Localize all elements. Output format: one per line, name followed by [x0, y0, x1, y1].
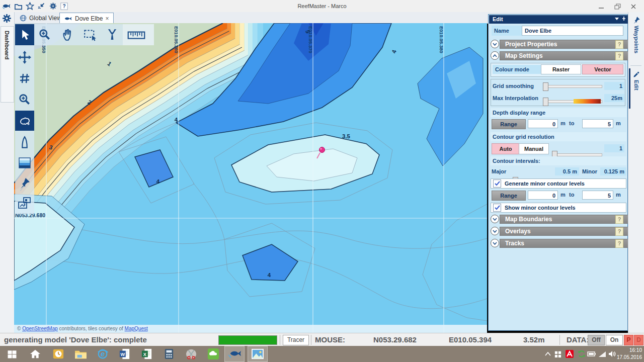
tray-avira-icon[interactable] — [564, 346, 576, 362]
generate-minor-checkbox[interactable] — [493, 179, 501, 188]
section-tracks[interactable]: Tracks — [500, 239, 629, 248]
project-properties-help[interactable]: ? — [615, 40, 623, 49]
snipping-tool-icon[interactable] — [181, 346, 201, 362]
depth-range-to-input[interactable]: 5 — [582, 119, 613, 128]
minimize-button[interactable] — [594, 2, 609, 11]
openstreetmap-link[interactable]: OpenStreetMap — [22, 326, 58, 331]
dashboard-tab[interactable]: Dashboard — [1, 26, 14, 103]
help-icon[interactable]: ? — [60, 3, 68, 10]
panel-pin-icon[interactable] — [621, 16, 626, 22]
close-button[interactable] — [626, 2, 641, 11]
generate-minor-row[interactable]: Generate minor contour levels — [491, 178, 626, 189]
tray-network-icon[interactable] — [597, 346, 608, 362]
map-boundaries-chevron[interactable] — [491, 215, 499, 223]
auto-button[interactable]: Auto — [492, 143, 520, 154]
attrib-prefix: © — [17, 326, 22, 331]
move-map-button[interactable] — [15, 47, 34, 67]
zoom-window-button[interactable] — [35, 25, 54, 45]
tracks-help[interactable]: ? — [615, 239, 623, 248]
taskview-home-icon[interactable] — [25, 346, 45, 362]
data-on-button[interactable]: On — [606, 335, 623, 345]
tray-battery-icon[interactable] — [586, 346, 598, 362]
favorites-star-icon[interactable] — [26, 2, 34, 10]
map-canvas[interactable]: E010.05.350E010.05.360E010.05.370E010.05… — [14, 23, 487, 333]
tray-expand-icon[interactable] — [543, 346, 552, 362]
restore-button[interactable] — [610, 2, 625, 11]
max-interpolation-slider[interactable] — [543, 100, 602, 103]
overlays-help[interactable]: ? — [615, 227, 623, 236]
show-minor-row[interactable]: Show minor contour levels — [491, 203, 626, 213]
map-settings-chevron[interactable] — [491, 51, 499, 60]
select-area-button[interactable] — [80, 25, 100, 45]
data-p-indicator[interactable]: P — [624, 335, 633, 345]
grid-smoothing-slider[interactable] — [543, 85, 602, 88]
tracer-button[interactable]: Tracer — [283, 335, 309, 345]
excel-icon[interactable]: X — [137, 346, 157, 362]
minor-range-button[interactable]: Range — [492, 191, 526, 201]
show-minor-checkbox[interactable] — [493, 204, 501, 212]
map-boundaries-help[interactable]: ? — [615, 215, 623, 224]
waypoint-tool-button[interactable] — [15, 173, 34, 193]
zoom-extents-button[interactable] — [15, 111, 34, 131]
zoom-in-button[interactable] — [15, 89, 34, 110]
cloud-app-icon[interactable] — [203, 346, 223, 362]
outlook-taskbar-icon[interactable] — [48, 346, 68, 362]
start-button[interactable] — [2, 346, 22, 362]
depth-palette-button[interactable] — [15, 153, 34, 173]
tab-dove-elbe[interactable]: Dove Elbe × — [59, 13, 114, 24]
word-icon[interactable]: W — [115, 346, 135, 362]
pan-tool-button[interactable] — [57, 25, 76, 45]
tracks-chevron[interactable] — [491, 239, 499, 247]
calculator-icon[interactable] — [159, 346, 179, 362]
depth-range-button[interactable]: Range — [492, 119, 526, 129]
grid-toggle-button[interactable] — [15, 68, 34, 88]
title-bar: ReefMaster - Marco ? — [0, 0, 644, 13]
boat-track-button[interactable] — [15, 133, 34, 153]
dashboard-gear-icon[interactable] — [2, 13, 12, 24]
measure-tool-button[interactable] — [127, 25, 146, 45]
waypoints-tab[interactable]: Waypoints — [629, 16, 643, 53]
transducer-tool-button[interactable] — [103, 25, 122, 45]
name-label: Name — [492, 26, 522, 36]
section-overlays[interactable]: Overlays — [500, 227, 629, 236]
data-off-button[interactable]: Off — [588, 335, 605, 345]
vector-button[interactable]: Vector — [582, 64, 623, 74]
depth-range-from-input[interactable]: 0 — [528, 119, 558, 128]
select-tool-button[interactable] — [15, 24, 34, 45]
raster-button[interactable]: Raster — [541, 64, 581, 74]
section-map-boundaries[interactable]: Map Boundaries — [500, 215, 629, 224]
file-explorer-icon[interactable] — [70, 346, 91, 362]
connect-sonar-icon[interactable] — [37, 3, 46, 10]
reefmaster-taskbar-icon[interactable] — [224, 346, 245, 362]
tab-label: Global View — [29, 15, 61, 22]
name-input[interactable]: Dove Elbe — [522, 26, 623, 36]
tray-defender-icon[interactable] — [552, 346, 564, 362]
overlays-chevron[interactable] — [491, 227, 499, 235]
internet-explorer-icon[interactable]: e — [93, 346, 113, 362]
edit-tab[interactable]: Edit — [629, 70, 643, 90]
unit-m: m — [560, 120, 566, 126]
sonar-viewer-button[interactable] — [15, 193, 34, 213]
ruler-icon — [127, 28, 146, 41]
map-settings-help[interactable]: ? — [615, 52, 623, 60]
section-map-settings[interactable]: Map Settings — [500, 51, 629, 60]
manual-button[interactable]: Manual — [519, 143, 549, 154]
minor-range-from-input[interactable]: 0 — [528, 191, 558, 200]
settings-gear-icon[interactable] — [49, 2, 57, 10]
tray-volume-icon[interactable] — [607, 346, 618, 362]
fish-icon — [64, 16, 72, 22]
section-project-properties[interactable]: Project Properties — [500, 40, 629, 49]
project-properties-chevron[interactable] — [491, 40, 499, 48]
photo-viewer-taskbar-icon[interactable] — [248, 346, 268, 362]
transducer-icon — [106, 28, 118, 41]
minor-range-to-input[interactable]: 5 — [582, 191, 613, 200]
tab-global-view[interactable]: Global View — [15, 13, 66, 23]
mapquest-link[interactable]: MapQuest — [125, 326, 148, 331]
grid-smoothing-label: Grid smoothing — [493, 83, 534, 89]
tab-close-icon[interactable]: × — [105, 15, 109, 22]
open-folder-icon[interactable] — [14, 3, 23, 10]
tray-clock[interactable]: 16:10 17.05.2016 — [617, 347, 642, 361]
minor-label: Minor — [582, 168, 597, 174]
panel-menu-icon[interactable] — [614, 17, 619, 21]
data-d-indicator[interactable]: D — [634, 335, 643, 345]
